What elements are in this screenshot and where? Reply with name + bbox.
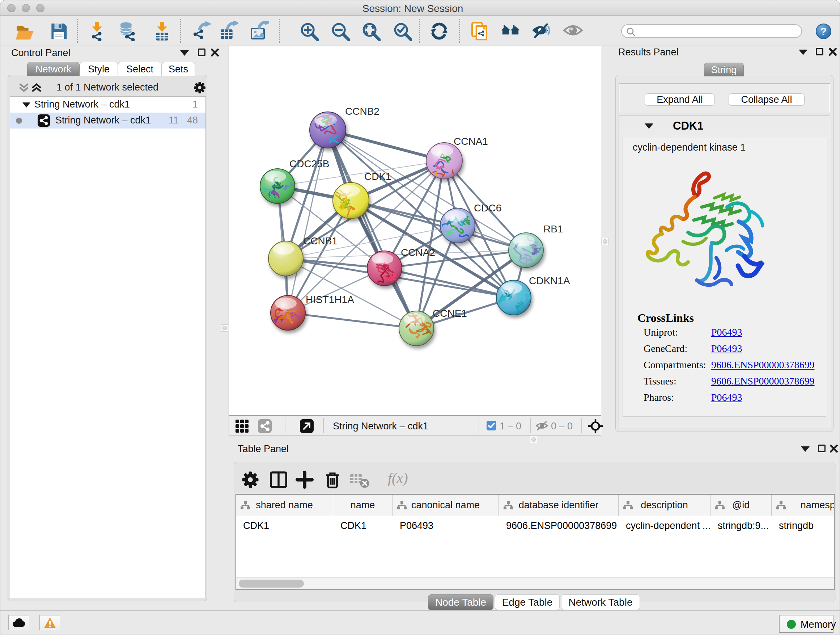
zoom-out-button[interactable]: [330, 21, 350, 41]
zoom-fit-button[interactable]: [360, 21, 381, 41]
tab-edge-table[interactable]: Edge Table: [495, 594, 560, 610]
cloud-button[interactable]: [8, 615, 29, 630]
import-table-button[interactable]: [152, 21, 172, 41]
node-CDKN1A[interactable]: [496, 280, 531, 318]
column-header-canonical-name[interactable]: canonical name: [393, 494, 499, 516]
export-image-button[interactable]: [249, 21, 269, 41]
network-collection-row[interactable]: String Network – cdk1 1: [10, 97, 205, 112]
column-label: @id: [711, 500, 771, 511]
collapse-all-button[interactable]: Collapse All: [729, 93, 805, 106]
zoom-in-button[interactable]: [298, 21, 319, 41]
column-header--id[interactable]: @id: [711, 494, 772, 516]
save-session-button[interactable]: [48, 21, 68, 41]
help-button[interactable]: ?: [816, 24, 831, 39]
table-settings-button[interactable]: [240, 469, 261, 491]
collapse-panel-button[interactable]: [801, 447, 810, 452]
tab-node-table[interactable]: Node Table: [428, 594, 493, 610]
node-CCNB1[interactable]: [268, 241, 303, 276]
first-neighbors-button[interactable]: [500, 21, 521, 41]
tab-sets[interactable]: Sets: [162, 62, 195, 76]
search-input[interactable]: [638, 26, 798, 36]
node-CCNE1[interactable]: [399, 311, 434, 346]
column-header-database-identifier[interactable]: database identifier: [499, 494, 619, 516]
memory-button[interactable]: Memory: [779, 615, 834, 633]
section-collapse-icon[interactable]: [645, 124, 653, 129]
selected-checkbox-icon[interactable]: [486, 421, 496, 431]
network-graph[interactable]: CCNB2CCNA1CDC25BCDK1CDC6RB1CCNB1CCNA2CDK…: [229, 46, 601, 415]
column-header-name[interactable]: name: [333, 494, 393, 516]
network-options-gear-icon[interactable]: [193, 81, 206, 96]
edge-CCNB2-HIST1H1A[interactable]: [288, 130, 328, 313]
export-table-button[interactable]: [218, 21, 238, 41]
hidden-eye-icon: [535, 420, 548, 432]
refresh-layout-button[interactable]: [429, 21, 449, 41]
delete-column-icon: [322, 469, 343, 491]
toolbar-separator: [180, 19, 181, 43]
results-panel-title: Results Panel: [618, 47, 679, 58]
collapse-panel-button[interactable]: [799, 50, 807, 55]
share-view-icon[interactable]: [258, 419, 272, 434]
float-panel-button[interactable]: [198, 49, 205, 56]
close-panel-button[interactable]: [210, 48, 219, 57]
search-box[interactable]: [621, 24, 802, 38]
node-HIST1H1A[interactable]: [263, 295, 305, 330]
import-network-database-button[interactable]: [118, 21, 138, 41]
tab-select[interactable]: Select: [118, 62, 162, 76]
tab-network-table[interactable]: Network Table: [561, 594, 640, 610]
column-header-description[interactable]: description: [619, 494, 711, 516]
split-columns-button[interactable]: [268, 469, 289, 491]
scrollbar-thumb[interactable]: [239, 580, 304, 587]
show-grid-icon[interactable]: [235, 419, 249, 434]
zoom-in-icon: [298, 21, 319, 41]
open-session-button[interactable]: [14, 21, 34, 41]
horizontal-splitter-handle[interactable]: [530, 436, 537, 443]
table-cell: CDK1: [236, 520, 269, 532]
main-toolbar: ?: [0, 16, 840, 46]
column-header-shared-name[interactable]: shared name: [236, 494, 333, 516]
float-panel-button[interactable]: [816, 48, 823, 55]
network-row[interactable]: String Network – cdk1 11 48: [10, 112, 205, 128]
column-label: description: [619, 500, 710, 511]
left-splitter-handle[interactable]: [221, 325, 228, 332]
right-splitter-handle[interactable]: [601, 238, 608, 245]
crosslink-value-link[interactable]: 9606.ENSP00000378699: [711, 359, 814, 371]
edge-HIST1H1A-CCNE1[interactable]: [288, 313, 416, 328]
crosslink-value-link[interactable]: P06493: [711, 392, 742, 403]
add-column-button[interactable]: [294, 469, 316, 491]
table-settings-icon: [240, 469, 261, 491]
float-panel-button[interactable]: [818, 445, 826, 452]
node-CCNB2[interactable]: [309, 112, 346, 148]
delete-table-button[interactable]: [348, 469, 370, 491]
crosslink-value-link[interactable]: P06493: [711, 326, 742, 338]
node-CDC25B[interactable]: [260, 169, 295, 203]
tab-style[interactable]: Style: [80, 62, 118, 76]
close-panel-button[interactable]: [829, 444, 838, 453]
warnings-button[interactable]: [39, 615, 60, 630]
collapse-panel-button[interactable]: [180, 50, 189, 56]
zoom-selected-button[interactable]: [392, 21, 412, 41]
function-builder-button[interactable]: f(x): [388, 470, 408, 486]
birds-eye-view-icon[interactable]: [588, 419, 603, 435]
expand-all-button[interactable]: Expand All: [645, 93, 715, 106]
export-network-button[interactable]: [191, 21, 211, 41]
close-panel-button[interactable]: [829, 48, 837, 56]
delete-column-button[interactable]: [322, 469, 343, 491]
show-all-button[interactable]: [563, 21, 583, 41]
import-network-file-button[interactable]: [87, 21, 107, 41]
copy-style-button[interactable]: [470, 21, 490, 41]
column-header-namespace[interactable]: namespace: [772, 494, 835, 516]
column-label: canonical name: [393, 500, 499, 511]
node-RB1[interactable]: [508, 233, 543, 268]
tab-string[interactable]: String: [704, 63, 744, 76]
crosslink-value-link[interactable]: P06493: [711, 343, 742, 355]
table-horizontal-scrollbar[interactable]: [236, 578, 834, 589]
table-row[interactable]: CDK1CDK1P064939606.ENSP00000378699cyclin…: [236, 516, 835, 535]
crosslink-value-link[interactable]: 9606.ENSP00000378699: [711, 375, 814, 387]
open-in-new-window-icon[interactable]: [300, 419, 314, 434]
tab-network[interactable]: Network: [27, 62, 80, 76]
hide-selected-button[interactable]: [532, 21, 552, 41]
network-canvas[interactable]: CCNB2CCNA1CDC25BCDK1CDC6RB1CCNB1CCNA2CDK…: [229, 46, 601, 416]
table-panel-title: Table Panel: [238, 443, 289, 455]
tree-expander-icon[interactable]: [22, 103, 30, 108]
cdk1-section-header[interactable]: CDK1: [619, 116, 830, 136]
